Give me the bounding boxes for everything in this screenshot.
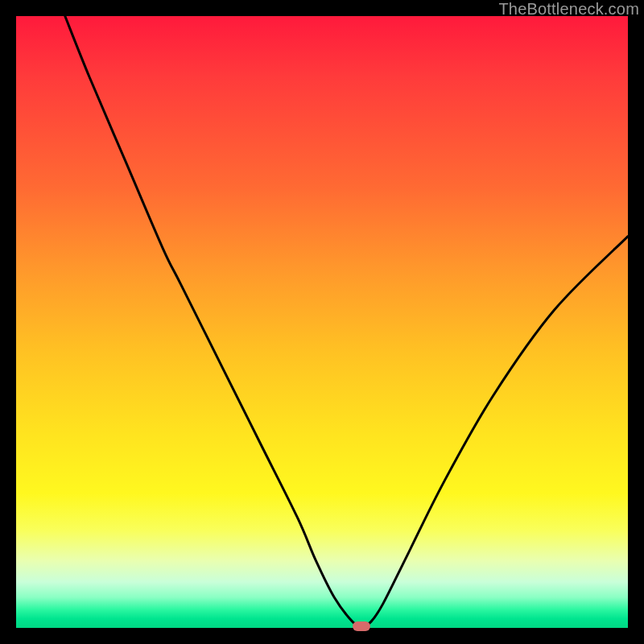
bottleneck-curve — [16, 16, 628, 628]
optimal-point-marker — [353, 621, 370, 631]
plot-area — [16, 16, 628, 628]
chart-frame: TheBottleneck.com — [0, 0, 644, 644]
